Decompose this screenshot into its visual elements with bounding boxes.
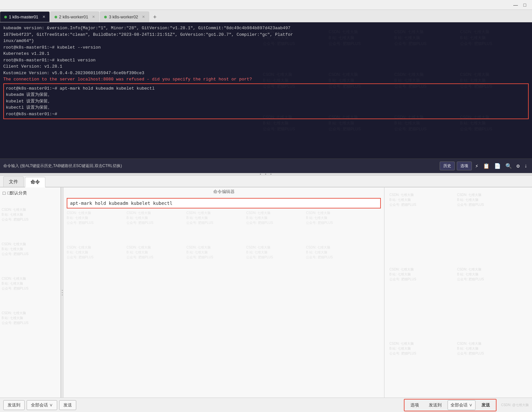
terminal-out-2: kubelet 设置为保留。 [6, 98, 526, 105]
gear-icon[interactable]: ⚙ [515, 162, 521, 171]
editor-label: 命令编辑器 [63, 187, 384, 195]
sidebar-label: □默认分类 [7, 190, 27, 196]
tab-3[interactable]: 3 k8s-worker02 ✕ [100, 11, 149, 22]
all-sessions-dropdown-right[interactable]: 全部会话 ∨ [448, 400, 475, 410]
fc-tabs: 文件 命令 [0, 176, 532, 187]
terminal-line-7: Client Version: v1.28.1 [3, 63, 529, 70]
tab-label-1: 1 k8s-master01 [9, 14, 38, 19]
fc-tab-command[interactable]: 命令 [25, 177, 45, 187]
terminal-line-6: root@k8s-master01:~# kubectl version [3, 57, 529, 64]
copy-icon[interactable]: 📋 [482, 162, 491, 171]
left-sidebar: CSDN: 七维大脑B 站: 七维大脑公众号: 肥猫PLUS CSDN: 七维大… [0, 187, 61, 398]
send-to-button-right[interactable]: 发送到 [425, 401, 446, 410]
vert-divider [61, 187, 63, 398]
all-sessions-dropdown-left[interactable]: 全部会话 ∨ [27, 400, 57, 410]
send-button-right[interactable]: 发送 [477, 401, 494, 410]
command-editor-box[interactable]: apt-mark hold kubeadm kubelet kubectl [67, 198, 381, 208]
file-icon[interactable]: 📄 [493, 162, 502, 171]
terminal-line-1: kubeadm version: &version.Info{Major:"1"… [3, 25, 529, 32]
terminal-out-3: kubectl 设置为保留。 [6, 104, 526, 111]
terminal-area: CSDN: 七维大脑B 站: 七维大脑公众号: 肥猫PLUS CSDN: 七维大… [0, 22, 532, 159]
lightning-icon[interactable]: ⚡ [474, 162, 480, 171]
options-button-right[interactable]: 选项 [406, 401, 423, 410]
terminal-line-3: inux/amd64"} [3, 38, 529, 44]
maximize-button[interactable]: □ [520, 1, 529, 9]
tab-dot-2 [55, 16, 57, 18]
bottom-action-bar: 发送到 全部会话 ∨ 发送 选项 发送到 全部会话 ∨ 发送 CSDN: @七维… [0, 398, 532, 412]
terminal-out-4: root@k8s-master01:~# [6, 111, 526, 118]
vert-dot-3 [62, 294, 63, 295]
search-icon[interactable]: 🔍 [504, 162, 513, 171]
send-button-left[interactable]: 发送 [59, 400, 76, 410]
history-button[interactable]: 历史 [440, 162, 455, 170]
cmd-hint-text: 命令输入 (按ALT键提示历史,TAB键路径,ESC键返回,双击CTRL切换) [3, 163, 438, 169]
terminal-out-1: kubeadm 设置为保留。 [6, 92, 526, 98]
tab-close-2[interactable]: ✕ [92, 15, 95, 19]
new-tab-button[interactable]: + [150, 12, 160, 22]
vert-dot-2 [62, 292, 63, 293]
terminal-line-4: root@k8s-master01:~# kubelet --version [3, 44, 529, 51]
terminal-line-8: Kustomize Version: v5.0.4-0.202306011659… [3, 70, 529, 76]
panel-divider: • • • [0, 173, 532, 176]
terminal-line-9: The connection to the server localhost:8… [3, 76, 529, 83]
tab-close-1[interactable]: ✕ [42, 15, 45, 19]
tab-bar: 1 k8s-master01 ✕ 2 k8s-worker01 ✕ 3 k8s-… [0, 10, 532, 22]
send-to-button-left[interactable]: 发送到 [3, 400, 25, 410]
minimize-button[interactable]: — [511, 1, 520, 9]
bottom-content: CSDN: 七维大脑B 站: 七维大脑公众号: 肥猫PLUS CSDN: 七维大… [0, 187, 532, 398]
tab-2[interactable]: 2 k8s-worker01 ✕ [50, 11, 100, 22]
fc-tab-file[interactable]: 文件 [3, 176, 24, 187]
sidebar-default-category[interactable]: □ □默认分类 [3, 190, 58, 196]
terminal-cmd-bar: 命令输入 (按ALT键提示历史,TAB键路径,ESC键返回,双击CTRL切换) … [0, 159, 532, 173]
terminal-line-2: 1879eb4f23", GitTreeState:"clean", Build… [3, 32, 529, 38]
main-window: — □ 1 k8s-master01 ✕ 2 k8s-worker01 ✕ 3 … [0, 0, 532, 412]
bottom-panel: 文件 命令 CSDN: 七维大脑B 站: 七维大脑公众号: 肥猫PLUS CSD… [0, 176, 532, 412]
tab-label-2: 2 k8s-worker01 [59, 14, 88, 19]
tab-dot-3 [104, 16, 107, 18]
right-action-group: 选项 发送到 全部会话 ∨ 发送 [404, 399, 497, 411]
tab-dot-1 [4, 16, 7, 18]
tab-close-3[interactable]: ✕ [142, 15, 145, 19]
vert-dot-1 [62, 290, 63, 291]
tab-label-3: 3 k8s-worker02 [109, 14, 138, 19]
options-button[interactable]: 选项 [457, 162, 472, 170]
folder-icon: □ [3, 190, 5, 196]
terminal-line-5: Kubernetes v1.28.1 [3, 51, 529, 57]
down-icon[interactable]: ↓ [523, 162, 529, 170]
terminal-highlight-block: root@k8s-master01:~# apt-mark hold kubea… [3, 83, 529, 119]
terminal-cmd-line: root@k8s-master01:~# apt-mark hold kubea… [6, 85, 526, 92]
title-bar: — □ [0, 0, 532, 10]
tab-1[interactable]: 1 k8s-master01 ✕ [0, 11, 50, 22]
cmd-editor-area: CSDN: 七维大脑B 站: 七维大脑公众号: 肥猫PLUS CSDN: 七维大… [63, 187, 384, 398]
